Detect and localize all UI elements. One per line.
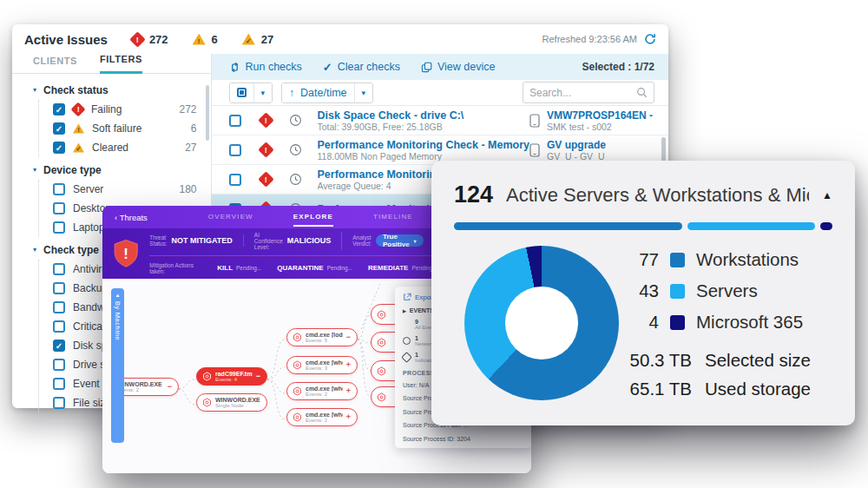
tab-filters[interactable]: FILTERS <box>100 54 142 74</box>
search-input[interactable] <box>529 87 636 99</box>
legend-swatch <box>670 284 685 299</box>
checkbox[interactable] <box>53 397 65 409</box>
failing-icon: ! <box>258 142 273 157</box>
view-device-button[interactable]: View device <box>421 61 495 73</box>
soft-failure-count: 6 <box>212 33 218 46</box>
collapse-up-icon[interactable]: ▲ <box>822 189 832 201</box>
tab-explore[interactable]: EXPLORE <box>293 208 333 227</box>
filter-item-failing[interactable]: ! Failing 272 <box>39 100 211 119</box>
filter-group-check-status[interactable]: ▾ Check status <box>12 80 211 100</box>
sort-asc-icon: ↑ <box>289 87 294 99</box>
by-machine-tab[interactable]: ▲ By Machine <box>111 288 124 443</box>
select-menu-button[interactable]: ▾ <box>253 83 273 102</box>
collapse-node-button[interactable]: − <box>346 333 351 341</box>
page-title: Active Issues <box>24 32 108 47</box>
select-all-button[interactable] <box>230 83 253 102</box>
check-detail: 118.00MB Non Paged Memory <box>318 151 530 162</box>
sort-control: ↑ Date/time ▾ <box>281 82 373 103</box>
chevron-down-icon: ▾ <box>261 89 266 97</box>
storage-donut <box>464 246 619 400</box>
check-icon: ✓ <box>323 61 332 74</box>
collapse-node-button[interactable]: − <box>168 383 172 391</box>
warning-icon: ! <box>193 34 206 45</box>
clear-checks-button[interactable]: ✓ Clear checks <box>323 61 400 74</box>
device-name-link[interactable]: VMW7PROSP164EN - 1 <box>547 109 656 122</box>
row-checkbox[interactable] <box>229 115 241 127</box>
selected-size-row: 50.3 TB Selected size <box>624 350 811 371</box>
filter-item-cleared[interactable]: ✓ Cleared 27 <box>39 138 211 157</box>
device-name-link[interactable]: GV upgrade <box>547 139 656 151</box>
process-gear-icon <box>293 360 302 370</box>
sort-menu-button[interactable]: ▾ <box>354 83 373 102</box>
used-storage-row: 65.1 TB Used storage <box>624 379 811 399</box>
expand-node-button[interactable]: + <box>346 413 351 421</box>
sort-button[interactable]: ↑ Date/time <box>282 83 354 102</box>
process-node-cmd-1[interactable]: cmd.exe [lodhelper... Events: 5 − <box>286 328 358 346</box>
tab-clients[interactable]: CLIENTS <box>33 56 77 73</box>
checkbox[interactable] <box>53 202 65 214</box>
mitigation-quarantine: QUARANTINE Pending... <box>277 264 352 272</box>
tab-overview[interactable]: OVERVIEW <box>208 208 253 227</box>
process-gear-icon <box>377 338 386 347</box>
checkbox[interactable] <box>53 359 65 371</box>
filter-group-device-type[interactable]: ▾ Device type <box>12 160 211 180</box>
search-icon[interactable] <box>636 87 648 98</box>
threats-tabs: OVERVIEW EXPLORE TIMELINE <box>208 208 413 227</box>
checkbox[interactable] <box>53 103 65 115</box>
process-node-cmd-4[interactable]: cmd.exe [whoami.e... Events: 2 + <box>286 408 358 426</box>
checkbox[interactable] <box>53 340 65 352</box>
select-all-control: ▾ <box>229 82 273 103</box>
search-box <box>523 82 654 103</box>
table-row[interactable]: ! Disk Space Check - drive C:\ Total: 39… <box>212 106 669 135</box>
legend-row-workstations: 77 Workstations <box>624 249 803 270</box>
checkbox[interactable] <box>53 378 65 390</box>
refresh-icon[interactable] <box>644 33 656 45</box>
chevron-down-icon: ▾ <box>362 89 366 97</box>
cleared-icon: ✓ <box>242 34 255 45</box>
checkbox[interactable] <box>53 282 65 294</box>
process-node-winword-single[interactable]: WINWORD.EXE [is... Single Node <box>196 393 267 412</box>
client-name: GV_U - GV_U <box>547 151 656 162</box>
filter-item-soft-failure[interactable]: ! Soft failure 6 <box>39 119 211 138</box>
failing-icon: ! <box>71 102 86 117</box>
checkbox[interactable] <box>53 122 65 135</box>
bar-segment-servers <box>687 222 815 230</box>
indicator-icon <box>401 352 412 363</box>
checkbox[interactable] <box>53 301 65 313</box>
check-name-link[interactable]: Disk Space Check - drive C:\ <box>318 109 530 122</box>
expand-node-button[interactable]: + <box>346 387 351 395</box>
process-gear-icon <box>293 333 302 342</box>
process-node-cmd-2[interactable]: cmd.exe [whoami.e... Events: 3 + <box>286 356 358 374</box>
legend-row-servers: 43 Servers <box>624 280 803 301</box>
run-checks-button[interactable]: Run checks <box>229 61 302 73</box>
select-all-icon <box>237 88 247 97</box>
analyst-verdict-dropdown[interactable]: True Positive ▾ <box>376 234 424 247</box>
process-node-cmd-3[interactable]: cmd.exe [whoami.e... Events: 2 + <box>286 382 358 400</box>
tab-timeline[interactable]: TIMELINE <box>373 208 413 227</box>
run-checks-icon <box>229 62 240 73</box>
checkbox[interactable] <box>53 142 65 154</box>
cleared-count: 27 <box>261 33 273 46</box>
expand-node-button[interactable]: + <box>346 361 351 369</box>
row-checkbox[interactable] <box>229 144 241 156</box>
checkbox[interactable] <box>53 183 65 195</box>
bar-segment-workstations <box>454 222 682 230</box>
failing-count: 272 <box>149 33 168 46</box>
checkbox[interactable] <box>53 221 65 234</box>
checkbox[interactable] <box>53 320 65 333</box>
sidebar-scrollbar[interactable] <box>206 85 209 141</box>
check-detail: Total: 39.90GB, Free: 25.18GB <box>318 122 530 132</box>
failing-icon: ! <box>129 31 145 47</box>
legend-row-microsoft365: 4 Microsoft 365 <box>624 312 803 333</box>
clock-icon <box>289 173 302 186</box>
check-name-link[interactable]: Performance Monitoring Check - Memory <box>318 139 530 151</box>
process-node-malicious[interactable]: radC99EF.tmp.exe Events: 4 − <box>196 367 267 386</box>
back-link[interactable]: ‹ Threats <box>115 213 148 222</box>
checkbox[interactable] <box>53 263 65 275</box>
collapse-node-button[interactable]: − <box>256 373 260 380</box>
device-icon <box>529 143 540 157</box>
actions-toolbar: Run checks ✓ Clear checks View device Se… <box>212 54 669 80</box>
device-icon <box>529 114 540 128</box>
filter-item-server[interactable]: Server 180 <box>39 180 211 199</box>
row-checkbox[interactable] <box>229 174 241 186</box>
